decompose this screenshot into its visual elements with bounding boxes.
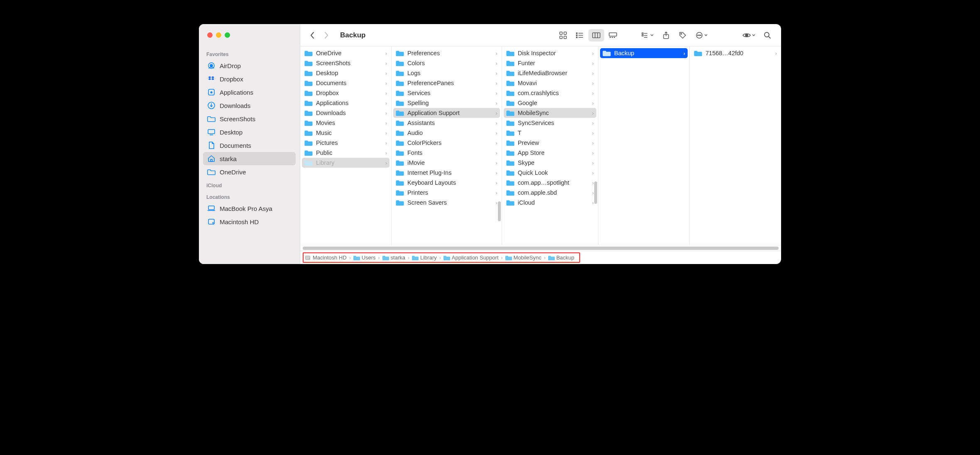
folder-icon: [396, 199, 404, 206]
column-item[interactable]: Applications›: [300, 98, 391, 108]
group-by-button[interactable]: [637, 29, 657, 42]
sidebar-item[interactable]: starka: [203, 152, 296, 165]
column-item[interactable]: Colors›: [392, 58, 502, 68]
sidebar-item[interactable]: AirDrop: [203, 59, 296, 72]
column-item-label: Pictures: [316, 139, 382, 146]
back-button[interactable]: [306, 29, 318, 42]
column-item[interactable]: Audio›: [392, 128, 502, 138]
tags-button[interactable]: [675, 29, 691, 42]
column-item[interactable]: Services›: [392, 88, 502, 98]
column-item[interactable]: Assistants›: [392, 118, 502, 128]
column-item[interactable]: ScreenShots›: [300, 58, 391, 68]
close-button[interactable]: [207, 32, 213, 38]
column-item[interactable]: Downloads›: [300, 108, 391, 118]
column-item[interactable]: ColorPickers›: [392, 138, 502, 148]
column-item[interactable]: Documents›: [300, 78, 391, 88]
scrollbar[interactable]: [594, 181, 597, 204]
chevron-right-icon: ›: [544, 255, 546, 261]
column-item[interactable]: iLifeMediaBrowser›: [502, 68, 598, 78]
column-item[interactable]: Desktop›: [300, 68, 391, 78]
action-button[interactable]: [691, 29, 711, 42]
path-segment[interactable]: Users: [353, 254, 377, 262]
column-item-label: Quick Look: [518, 169, 589, 176]
sidebar-item[interactable]: Desktop: [203, 125, 296, 139]
sidebar-item[interactable]: ScreenShots: [203, 112, 296, 125]
horizontal-scrollbar[interactable]: [300, 245, 781, 251]
folder-icon: [396, 60, 404, 66]
path-segment[interactable]: MobileSync: [505, 254, 542, 262]
maximize-button[interactable]: [225, 32, 230, 38]
sidebar-item[interactable]: MacBook Pro Asya: [203, 202, 296, 215]
chevron-right-icon: ›: [592, 170, 594, 176]
column-item[interactable]: com.app…spotlight›: [502, 178, 598, 188]
column-item[interactable]: Preview›: [502, 138, 598, 148]
quicklook-button[interactable]: [739, 29, 759, 42]
column-item[interactable]: iCloud›: [502, 198, 598, 208]
column-item[interactable]: iMovie›: [392, 158, 502, 168]
list-view-button[interactable]: [572, 29, 588, 42]
folder-icon: [506, 169, 514, 176]
column-item[interactable]: Funter›: [502, 58, 598, 68]
column-item[interactable]: Logs›: [392, 68, 502, 78]
column-item[interactable]: com.crashlytics›: [502, 88, 598, 98]
column-item[interactable]: T›: [502, 128, 598, 138]
column-item[interactable]: Movavi›: [502, 78, 598, 88]
column-item[interactable]: Printers›: [392, 188, 502, 198]
column-item[interactable]: Music›: [300, 128, 391, 138]
column-item[interactable]: Fonts›: [392, 148, 502, 158]
path-segment[interactable]: Backup: [547, 254, 575, 262]
column-item[interactable]: Screen Savers›: [392, 198, 502, 208]
sidebar-item[interactable]: OneDrive: [203, 165, 296, 179]
column-item[interactable]: Dropbox›: [300, 88, 391, 98]
path-segment[interactable]: Application Support: [443, 254, 500, 262]
chevron-right-icon: ›: [592, 50, 594, 56]
sidebar-item-label: Documents: [220, 142, 251, 149]
svg-rect-12: [564, 32, 566, 34]
column-item[interactable]: Movies›: [300, 118, 391, 128]
column-browser: OneDrive›ScreenShots›Desktop›Documents›D…: [300, 46, 781, 245]
icon-view-button[interactable]: [555, 29, 571, 42]
column-item[interactable]: Pictures›: [300, 138, 391, 148]
column-item[interactable]: PreferencePanes›: [392, 78, 502, 88]
column-item[interactable]: Skype›: [502, 158, 598, 168]
column-item[interactable]: OneDrive›: [300, 48, 391, 58]
column-item[interactable]: App Store›: [502, 148, 598, 158]
sidebar-item[interactable]: Macintosh HD: [203, 215, 296, 228]
column-item[interactable]: SyncServices›: [502, 118, 598, 128]
chevron-right-icon: ›: [385, 160, 387, 166]
forward-button[interactable]: [320, 29, 333, 42]
gallery-view-button[interactable]: [605, 29, 621, 42]
sidebar-item[interactable]: Applications: [203, 86, 296, 99]
sidebar-section-header: iCloud: [203, 179, 296, 190]
folder-icon: [304, 149, 313, 156]
column-item[interactable]: Spelling›: [392, 98, 502, 108]
search-button[interactable]: [760, 29, 775, 42]
column-item[interactable]: Disk Inspector›: [502, 48, 598, 58]
sidebar-item[interactable]: Dropbox: [203, 72, 296, 86]
share-button[interactable]: [658, 29, 674, 42]
chevron-right-icon: ›: [495, 180, 497, 186]
path-segment[interactable]: Library: [411, 254, 438, 262]
column-item[interactable]: MobileSync›: [504, 108, 596, 118]
column-item[interactable]: Application Support›: [393, 108, 500, 118]
column-item[interactable]: com.apple.sbd›: [502, 188, 598, 198]
minimize-button[interactable]: [216, 32, 221, 38]
column-item[interactable]: Internet Plug-Ins›: [392, 168, 502, 178]
chevron-right-icon: ›: [495, 100, 497, 106]
sidebar-item-label: starka: [220, 155, 237, 162]
column-item[interactable]: Google›: [502, 98, 598, 108]
column-item[interactable]: Library›: [302, 158, 390, 168]
column-item[interactable]: Preferences›: [392, 48, 502, 58]
sidebar-item[interactable]: Documents: [203, 139, 296, 152]
path-segment[interactable]: Macintosh HD: [304, 254, 348, 262]
sidebar-item[interactable]: Downloads: [203, 99, 296, 112]
column-item[interactable]: Keyboard Layouts›: [392, 178, 502, 188]
scrollbar[interactable]: [498, 201, 501, 221]
column-item[interactable]: Public›: [300, 148, 391, 158]
folder-icon: [396, 120, 404, 126]
path-segment[interactable]: starka: [382, 254, 406, 262]
column-item[interactable]: Backup›: [600, 48, 688, 58]
column-view-button[interactable]: [588, 29, 604, 42]
column-item[interactable]: Quick Look›: [502, 168, 598, 178]
column-item[interactable]: 71568…42fd0›: [690, 48, 781, 58]
